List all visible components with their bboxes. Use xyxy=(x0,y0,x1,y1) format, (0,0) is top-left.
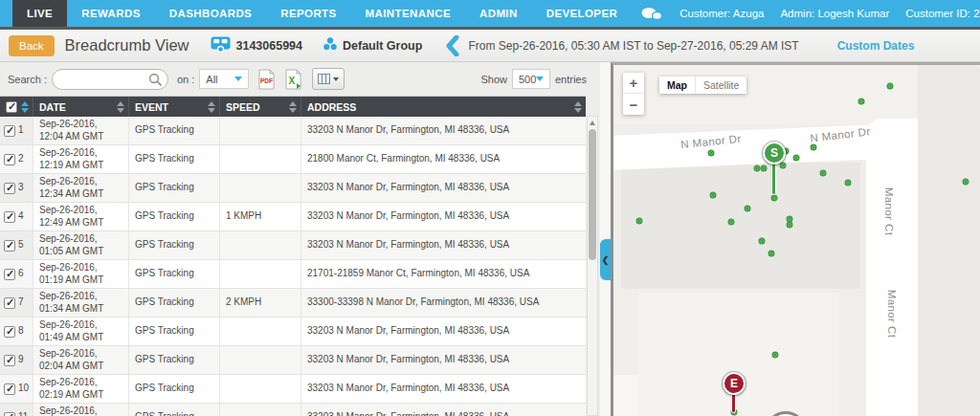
gps-point-marker[interactable] xyxy=(787,222,793,229)
gps-point-marker[interactable] xyxy=(728,219,735,226)
row-checkbox[interactable] xyxy=(4,355,15,366)
gps-point-marker[interactable] xyxy=(793,155,800,162)
cell-event: GPS Tracking xyxy=(129,346,220,374)
table-row[interactable]: 3Sep-26-2016, 12:34 AM GMTGPS Tracking33… xyxy=(0,174,586,203)
row-checkbox[interactable] xyxy=(4,269,15,280)
row-checkbox[interactable] xyxy=(4,211,15,223)
row-select-cell[interactable]: 9 xyxy=(0,346,33,374)
row-checkbox[interactable] xyxy=(4,297,15,309)
row-select-cell[interactable]: 7 xyxy=(0,289,33,317)
scrollbar-thumb[interactable] xyxy=(589,129,596,260)
start-marker[interactable]: S xyxy=(763,142,786,164)
table-row[interactable]: 11Sep-26-2016, 02:34 AM GMTGPS Tracking3… xyxy=(0,404,586,416)
entries-dropdown[interactable]: 500 xyxy=(512,69,550,89)
sort-icon[interactable] xyxy=(117,101,124,113)
collapse-panel-handle[interactable]: ❮ xyxy=(600,239,611,280)
custom-dates-link[interactable]: Custom Dates xyxy=(837,39,915,53)
cell-date: Sep-26-2016, 12:19 AM GMT xyxy=(33,145,129,173)
chat-icon[interactable] xyxy=(640,7,663,21)
row-select-cell[interactable]: 4 xyxy=(0,203,33,230)
table-row[interactable]: 4Sep-26-2016, 12:49 AM GMTGPS Tracking1 … xyxy=(0,203,586,231)
table-row[interactable]: 2Sep-26-2016, 12:19 AM GMTGPS Tracking21… xyxy=(0,145,586,174)
export-excel-button[interactable]: X xyxy=(284,69,302,90)
table-row[interactable]: 5Sep-26-2016, 01:05 AM GMTGPS Tracking33… xyxy=(0,231,586,260)
table-row[interactable]: 7Sep-26-2016, 01:34 AM GMTGPS Tracking2 … xyxy=(0,289,586,317)
sort-icon[interactable] xyxy=(574,101,582,113)
map-type-map-button[interactable]: Map xyxy=(659,77,696,94)
map-block xyxy=(638,293,839,416)
gps-point-marker[interactable] xyxy=(887,83,894,90)
table-row[interactable]: 9Sep-26-2016, 02:04 AM GMTGPS Tracking33… xyxy=(0,346,586,375)
previous-period-button[interactable] xyxy=(445,35,459,56)
gps-point-marker[interactable] xyxy=(845,180,852,186)
column-header-address[interactable]: ADDRESS xyxy=(301,97,586,117)
row-select-cell[interactable]: 5 xyxy=(0,231,33,259)
row-select-cell[interactable]: 2 xyxy=(0,145,33,173)
back-button[interactable]: Back xyxy=(9,35,55,56)
gps-point-marker[interactable] xyxy=(710,192,717,199)
gps-point-marker[interactable] xyxy=(708,150,715,157)
gps-point-marker[interactable] xyxy=(636,218,643,225)
column-label: SPEED xyxy=(226,101,260,113)
zoom-out-button[interactable]: − xyxy=(623,94,644,115)
column-header-date[interactable]: DATE xyxy=(33,97,129,117)
table-row[interactable]: 10Sep-26-2016, 02:19 AM GMTGPS Tracking3… xyxy=(0,375,586,404)
gps-point-marker[interactable] xyxy=(768,251,775,257)
export-pdf-button[interactable]: PDF xyxy=(257,69,276,90)
row-select-cell[interactable]: 6 xyxy=(0,260,33,288)
map-type-satellite-button[interactable]: Satellite xyxy=(696,77,746,94)
table-row[interactable]: 6Sep-26-2016, 01:19 AM GMTGPS Tracking21… xyxy=(0,260,586,289)
row-checkbox[interactable] xyxy=(4,183,15,194)
nav-tab-maintenance[interactable]: MAINTENANCE xyxy=(351,0,465,27)
nav-tab-dashboards[interactable]: DASHBOARDS xyxy=(155,0,266,27)
column-header-event[interactable]: EVENT xyxy=(129,97,220,117)
gps-point-marker[interactable] xyxy=(820,170,827,177)
column-header-speed[interactable]: SPEED xyxy=(220,97,301,117)
row-select-cell[interactable]: 11 xyxy=(0,404,33,416)
row-select-cell[interactable]: 1 xyxy=(0,117,33,144)
row-checkbox[interactable] xyxy=(4,412,15,416)
table-row[interactable]: 8Sep-26-2016, 01:49 AM GMTGPS Tracking33… xyxy=(0,317,586,346)
cell-date: Sep-26-2016, 02:34 AM GMT xyxy=(33,404,129,416)
gps-point-marker[interactable] xyxy=(754,165,761,172)
row-select-cell[interactable]: 8 xyxy=(0,317,33,345)
map-canvas[interactable]: N Manor Dr N Manor Dr Manor Ct Manor Ct … xyxy=(611,62,980,416)
sort-icon[interactable] xyxy=(208,101,215,113)
map-type-control: Map Satellite xyxy=(659,77,746,94)
row-checkbox[interactable] xyxy=(4,326,15,338)
gps-point-marker[interactable] xyxy=(759,238,766,245)
cell-date: Sep-26-2016, 12:49 AM GMT xyxy=(33,203,129,230)
column-chooser-button[interactable] xyxy=(312,68,345,90)
row-select-cell[interactable]: 10 xyxy=(0,375,33,403)
search-column-dropdown[interactable]: All xyxy=(199,69,249,89)
row-checkbox[interactable] xyxy=(4,154,15,165)
gps-point-marker[interactable] xyxy=(761,165,768,172)
end-marker[interactable]: E xyxy=(723,372,746,395)
gps-point-marker[interactable] xyxy=(780,163,787,169)
sort-icon[interactable] xyxy=(21,101,29,113)
zoom-in-button[interactable]: + xyxy=(623,73,644,94)
row-checkbox[interactable] xyxy=(4,240,15,252)
nav-tab-admin[interactable]: ADMIN xyxy=(465,0,532,27)
cell-date: Sep-26-2016, 01:49 AM GMT xyxy=(33,317,129,345)
gps-point-marker[interactable] xyxy=(858,99,865,105)
row-checkbox[interactable] xyxy=(4,383,15,395)
sort-icon[interactable] xyxy=(289,101,297,113)
table-row[interactable]: 1Sep-26-2016, 12:04 AM GMTGPS Tracking33… xyxy=(0,117,586,145)
nav-tab-developer[interactable]: DEVELOPER xyxy=(532,0,633,27)
select-all-checkbox[interactable] xyxy=(6,101,17,113)
row-checkbox[interactable] xyxy=(4,125,15,137)
gps-point-marker[interactable] xyxy=(771,195,778,202)
gps-point-marker[interactable] xyxy=(745,206,751,212)
row-select-cell[interactable]: 3 xyxy=(0,174,33,202)
nav-tab-reports[interactable]: REPORTS xyxy=(266,0,350,27)
column-label: ADDRESS xyxy=(307,101,356,113)
nav-tab-live[interactable]: LIVE xyxy=(12,0,67,27)
nav-tab-rewards[interactable]: REWARDS xyxy=(67,0,155,27)
scroll-up-arrow[interactable] xyxy=(590,120,595,125)
gps-point-marker[interactable] xyxy=(811,144,817,151)
table-scrollbar[interactable] xyxy=(587,116,598,416)
gps-point-marker[interactable] xyxy=(963,179,969,186)
gps-point-marker[interactable] xyxy=(772,352,779,359)
start-marker-stem xyxy=(771,161,776,195)
